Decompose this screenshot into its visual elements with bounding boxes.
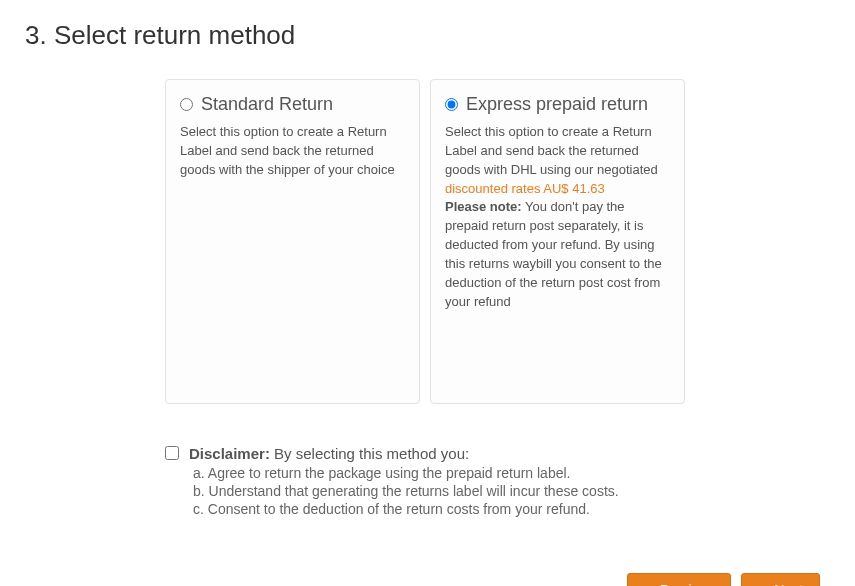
please-note-text: You don't pay the prepaid return post se… bbox=[445, 199, 662, 308]
disclaimer-item-b: b. Understand that generating the return… bbox=[193, 482, 619, 500]
discounted-rate-link[interactable]: discounted rates AU$ 41.63 bbox=[445, 181, 605, 196]
return-method-options: Standard Return Select this option to cr… bbox=[165, 79, 830, 404]
disclaimer-list: a. Agree to return the package using the… bbox=[193, 464, 619, 519]
disclaimer-item-a: a. Agree to return the package using the… bbox=[193, 464, 619, 482]
option-title-standard: Standard Return bbox=[201, 94, 333, 115]
option-title-express: Express prepaid return bbox=[466, 94, 648, 115]
option-desc-standard: Select this option to create a Return La… bbox=[180, 123, 405, 180]
option-desc-express: Select this option to create a Return La… bbox=[445, 123, 670, 311]
disclaimer-label: Disclaimer: bbox=[189, 445, 270, 462]
previous-button[interactable]: ▲ Previous bbox=[627, 573, 731, 586]
next-button[interactable]: ▼ Next bbox=[741, 573, 820, 586]
radio-express-prepaid[interactable] bbox=[445, 98, 458, 111]
disclaimer-intro: By selecting this method you: bbox=[270, 445, 469, 462]
next-label: Next bbox=[774, 582, 803, 586]
previous-label: Previous bbox=[660, 582, 714, 586]
disclaimer-checkbox[interactable] bbox=[165, 446, 179, 460]
page-title: 3. Select return method bbox=[25, 20, 830, 51]
please-note-label: Please note: bbox=[445, 199, 522, 214]
express-desc-pre: Select this option to create a Return La… bbox=[445, 124, 658, 177]
disclaimer-block: Disclaimer: By selecting this method you… bbox=[165, 444, 830, 518]
disclaimer-item-c: c. Consent to the deduction of the retur… bbox=[193, 500, 619, 518]
option-express-prepaid[interactable]: Express prepaid return Select this optio… bbox=[430, 79, 685, 404]
nav-buttons: ▲ Previous ▼ Next bbox=[25, 573, 830, 586]
radio-standard-return[interactable] bbox=[180, 98, 193, 111]
option-standard-return[interactable]: Standard Return Select this option to cr… bbox=[165, 79, 420, 404]
